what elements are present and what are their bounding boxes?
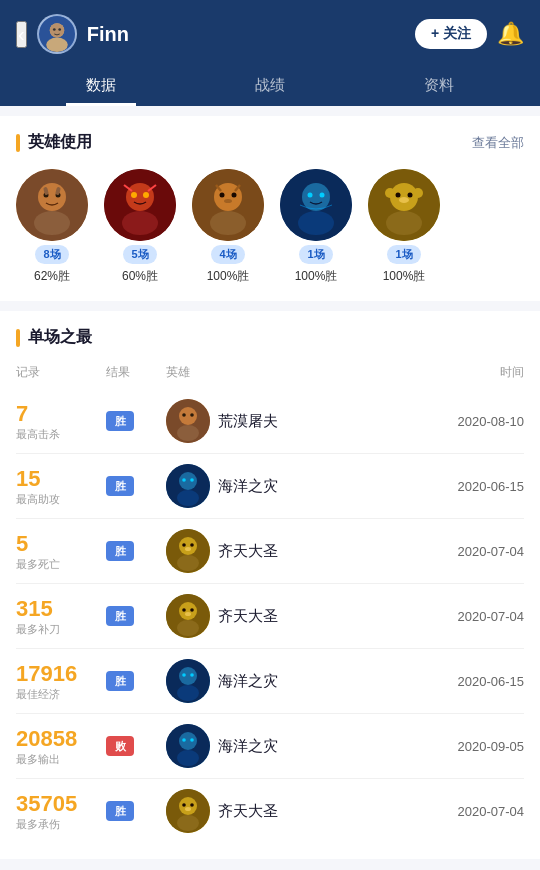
svg-point-60	[179, 667, 197, 685]
single-best-title: 单场之最	[16, 327, 92, 348]
svg-point-21	[220, 193, 225, 198]
record-date: 2020-09-05	[404, 739, 524, 754]
svg-point-71	[177, 815, 199, 831]
hero-name: 海洋之灾	[218, 672, 278, 691]
result-cell: 败	[106, 736, 166, 756]
svg-point-56	[182, 608, 186, 612]
result-badge-win: 胜	[106, 801, 134, 821]
record-value-cell: 7 最高击杀	[16, 401, 106, 442]
hero-name: 齐天大圣	[218, 802, 278, 821]
svg-point-65	[179, 732, 197, 750]
svg-point-48	[179, 537, 197, 555]
hero-usage-section: 英雄使用 查看全部 8	[0, 116, 540, 301]
hero-avatar-monkey	[368, 169, 440, 241]
hero-avatar-desert	[16, 169, 88, 241]
hero-cell: 齐天大圣	[166, 594, 404, 638]
record-label: 最高击杀	[16, 427, 106, 442]
hero-winrate-2: 60%胜	[122, 268, 158, 285]
back-button[interactable]: ‹	[16, 21, 27, 48]
record-row: 20858 最多输出 败 海洋之灾 2020-09-05	[16, 714, 524, 779]
svg-point-45	[182, 478, 186, 482]
record-value: 7	[16, 401, 106, 427]
hero-cell: 海洋之灾	[166, 659, 404, 703]
svg-point-31	[386, 211, 422, 235]
hero-usage-title: 英雄使用	[16, 132, 92, 153]
result-cell: 胜	[106, 411, 166, 431]
hero-mini-avatar	[166, 594, 210, 638]
svg-point-28	[320, 193, 325, 198]
svg-point-23	[224, 199, 232, 203]
bell-button[interactable]: 🔔	[497, 21, 524, 47]
hero-name: 海洋之灾	[218, 477, 278, 496]
single-best-section: 单场之最 记录 结果 英雄 时间 7 最高击杀 胜	[0, 311, 540, 859]
svg-point-41	[190, 413, 194, 417]
svg-point-74	[185, 807, 191, 811]
svg-point-63	[190, 673, 194, 677]
record-label: 最高助攻	[16, 492, 106, 507]
result-badge-win: 胜	[106, 606, 134, 626]
record-value-cell: 15 最高助攻	[16, 466, 106, 507]
tab-profile[interactable]: 资料	[404, 68, 474, 106]
hero-item: 5场 60%胜	[104, 169, 176, 285]
svg-point-51	[190, 543, 194, 547]
hero-list: 8场 62%胜 5场	[16, 169, 524, 285]
svg-point-34	[399, 197, 409, 203]
svg-point-32	[396, 193, 401, 198]
record-label: 最佳经济	[16, 687, 106, 702]
result-badge-win: 胜	[106, 671, 134, 691]
svg-point-25	[302, 183, 330, 211]
col-record: 记录	[16, 364, 106, 381]
svg-point-33	[408, 193, 413, 198]
tab-data[interactable]: 数据	[66, 68, 136, 106]
record-value-cell: 20858 最多输出	[16, 726, 106, 767]
col-date: 时间	[404, 364, 524, 381]
tab-battle[interactable]: 战绩	[235, 68, 305, 106]
hero-item: 1场 100%胜	[280, 169, 352, 285]
follow-button[interactable]: + 关注	[415, 19, 487, 49]
hero-item: 4场 100%胜	[192, 169, 264, 285]
hero-mini-avatar	[166, 724, 210, 768]
record-date: 2020-07-04	[404, 609, 524, 624]
record-label: 最多输出	[16, 752, 106, 767]
svg-point-54	[179, 602, 197, 620]
svg-point-5	[58, 28, 61, 31]
svg-point-61	[177, 685, 199, 701]
hero-name: 荒漠屠夫	[218, 412, 278, 431]
svg-point-55	[177, 620, 199, 636]
svg-point-36	[413, 188, 423, 198]
hero-games-1: 8场	[35, 245, 68, 264]
hero-avatar-shadow	[104, 169, 176, 241]
header-left: ‹ Finn	[16, 14, 129, 54]
record-label: 最多补刀	[16, 622, 106, 637]
record-date: 2020-06-15	[404, 674, 524, 689]
svg-point-40	[182, 413, 186, 417]
hero-mini-avatar	[166, 399, 210, 443]
hero-avatar-beast	[192, 169, 264, 241]
record-date: 2020-07-04	[404, 804, 524, 819]
svg-point-3	[49, 23, 63, 37]
svg-point-58	[185, 612, 191, 616]
hero-games-4: 1场	[299, 245, 332, 264]
svg-point-46	[190, 478, 194, 482]
username: Finn	[87, 23, 129, 46]
hero-cell: 齐天大圣	[166, 789, 404, 833]
svg-point-49	[177, 555, 199, 571]
record-row: 5 最多死亡 胜 齐天大圣 202	[16, 519, 524, 584]
content: 英雄使用 查看全部 8	[0, 116, 540, 859]
hero-avatar-ocean	[280, 169, 352, 241]
avatar	[37, 14, 77, 54]
record-value-cell: 5 最多死亡	[16, 531, 106, 572]
col-hero: 英雄	[166, 364, 404, 381]
hero-games-3: 4场	[211, 245, 244, 264]
title-bar-icon-2	[16, 329, 20, 347]
record-value: 35705	[16, 791, 106, 817]
hero-name: 齐天大圣	[218, 542, 278, 561]
bell-icon: 🔔	[497, 21, 524, 46]
svg-point-35	[385, 188, 395, 198]
svg-point-73	[190, 803, 194, 807]
hero-item: 8场 62%胜	[16, 169, 88, 285]
hero-winrate-3: 100%胜	[207, 268, 250, 285]
hero-cell: 荒漠屠夫	[166, 399, 404, 443]
header-right: + 关注 🔔	[415, 19, 524, 49]
view-all-button[interactable]: 查看全部	[472, 134, 524, 152]
